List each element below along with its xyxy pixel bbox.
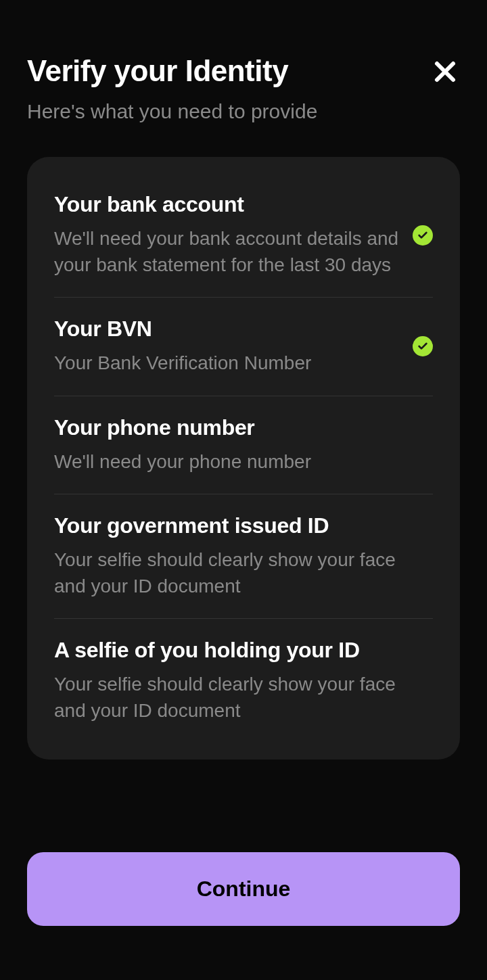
requirement-title: A selfie of you holding your ID <box>54 638 419 663</box>
page-header: Verify your Identity Here's what you nee… <box>27 54 460 123</box>
close-button[interactable] <box>430 57 460 89</box>
requirements-card: Your bank account We'll need your bank a… <box>27 157 460 760</box>
checkmark-icon <box>417 341 428 352</box>
requirement-title: Your BVN <box>54 317 399 342</box>
requirement-content: A selfie of you holding your ID Your sel… <box>54 638 433 724</box>
header-text-block: Verify your Identity Here's what you nee… <box>27 54 430 123</box>
continue-button[interactable]: Continue <box>27 852 460 926</box>
requirement-description: Your selfie should clearly show your fac… <box>54 671 419 724</box>
requirement-description: Your selfie should clearly show your fac… <box>54 546 419 599</box>
requirement-content: Your BVN Your Bank Verification Number <box>54 317 413 376</box>
requirement-title: Your bank account <box>54 192 399 217</box>
page-title: Verify your Identity <box>27 54 430 88</box>
requirement-content: Your government issued ID Your selfie sh… <box>54 513 433 599</box>
requirement-description: Your Bank Verification Number <box>54 350 399 376</box>
completed-badge <box>413 336 433 356</box>
requirement-title: Your government issued ID <box>54 513 419 538</box>
requirement-description: We'll need your phone number <box>54 448 419 475</box>
requirement-content: Your bank account We'll need your bank a… <box>54 192 413 278</box>
requirement-content: Your phone number We'll need your phone … <box>54 415 433 475</box>
requirement-item-gov-id: Your government issued ID Your selfie sh… <box>54 494 433 619</box>
requirement-item-selfie: A selfie of you holding your ID Your sel… <box>54 619 433 732</box>
requirement-item-bank-account: Your bank account We'll need your bank a… <box>54 184 433 298</box>
requirement-title: Your phone number <box>54 415 419 440</box>
checkmark-icon <box>417 230 428 241</box>
close-icon <box>433 60 457 84</box>
page-subtitle: Here's what you need to provide <box>27 100 430 123</box>
requirement-description: We'll need your bank account details and… <box>54 225 399 278</box>
requirement-item-phone: Your phone number We'll need your phone … <box>54 396 433 494</box>
requirement-item-bvn: Your BVN Your Bank Verification Number <box>54 298 433 396</box>
completed-badge <box>413 225 433 246</box>
